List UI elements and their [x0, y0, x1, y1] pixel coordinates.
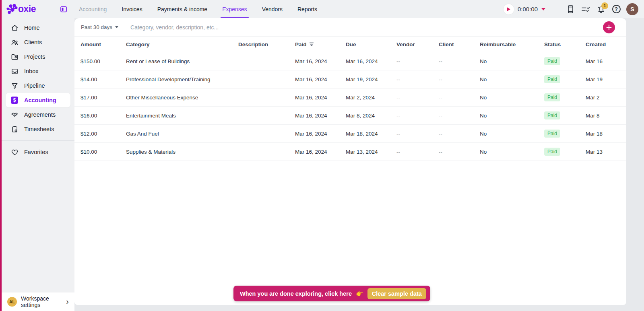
cell-vendor: -- — [396, 131, 439, 137]
cell-due: Mar 18, 2024 — [346, 131, 396, 137]
notifications-bell-icon[interactable]: 1 — [593, 2, 609, 17]
question-mark-icon: ? — [612, 5, 621, 13]
tab-expenses[interactable]: Expenses — [222, 0, 247, 18]
sidebar-item-timesheets[interactable]: Timesheets — [6, 122, 70, 136]
sidebar-divider — [2, 140, 74, 141]
col-description[interactable]: Description — [238, 41, 295, 47]
clients-icon — [10, 38, 19, 46]
cell-amount: $12.00 — [80, 131, 126, 137]
workspace-settings[interactable]: AL Workspace settings › — [2, 292, 74, 311]
cell-created: Mar 16 — [586, 58, 626, 64]
expense-row[interactable]: $16.00 Entertainment Meals Mar 16, 2024 … — [74, 107, 626, 125]
module-tabs: Accounting Invoices Payments & income Ex… — [79, 0, 317, 18]
status-badge: Paid — [544, 130, 560, 138]
cell-vendor: -- — [396, 113, 439, 119]
cell-created: Mar 8 — [586, 113, 626, 119]
cell-created: Mar 13 — [586, 149, 626, 155]
expense-row[interactable]: $17.00 Other Miscellaneous Expense Mar 1… — [74, 89, 626, 107]
expense-row[interactable]: $14.00 Professional Development/Training… — [74, 70, 626, 89]
col-client[interactable]: Client — [439, 41, 480, 47]
date-range-select[interactable]: Past 30 days — [81, 24, 118, 30]
sidebar-item-agreements[interactable]: Agreements — [6, 107, 70, 122]
cell-category: Entertainment Meals — [126, 113, 238, 119]
table-body: $150.00 Rent or Lease of Buildings Mar 1… — [74, 52, 626, 161]
chevron-down-icon — [115, 26, 118, 28]
clear-sample-data-button[interactable]: Clear sample data — [367, 288, 426, 299]
cell-reimbursable: No — [480, 95, 544, 101]
cell-paid: Mar 16, 2024 — [295, 76, 346, 82]
col-due[interactable]: Due — [346, 41, 396, 47]
sidebar-item-accounting[interactable]: $ Accounting — [6, 93, 70, 107]
cell-vendor: -- — [396, 58, 439, 64]
sidebar: Home Clients Projects Inbox Pipeline $ A… — [2, 18, 74, 292]
cell-status: Paid — [544, 111, 586, 119]
topbar-right-controls: 0:00:00 1 — [504, 2, 644, 17]
cell-category: Professional Development/Training — [126, 76, 238, 82]
col-vendor[interactable]: Vendor — [396, 41, 439, 47]
chevron-right-icon: › — [66, 297, 69, 305]
tab-reports[interactable]: Reports — [297, 0, 317, 18]
sidebar-item-clients[interactable]: Clients — [6, 35, 70, 49]
status-badge: Paid — [544, 57, 560, 65]
time-tracker: 0:00:00 — [504, 4, 545, 14]
user-avatar[interactable]: S — [626, 3, 638, 15]
sidebar-item-inbox[interactable]: Inbox — [6, 64, 70, 78]
banner-message: When you are done exploring, click here — [240, 290, 352, 297]
cell-vendor: -- — [396, 95, 439, 101]
mobile-app-icon[interactable] — [563, 2, 578, 17]
cell-amount: $14.00 — [80, 76, 126, 82]
cell-due: Mar 16, 2024 — [346, 58, 396, 64]
cell-client: -- — [439, 76, 480, 82]
col-amount[interactable]: Amount — [80, 41, 126, 47]
cell-created: Mar 18 — [586, 131, 626, 137]
tab-vendors[interactable]: Vendors — [262, 0, 283, 18]
cell-due: Mar 19, 2024 — [346, 76, 396, 82]
tab-invoices[interactable]: Invoices — [122, 0, 142, 18]
col-paid[interactable]: Paid — [295, 41, 346, 47]
cell-reimbursable: No — [480, 113, 544, 119]
add-expense-button[interactable] — [603, 21, 615, 33]
col-reimbursable[interactable]: Reimbursable — [480, 41, 544, 47]
moxie-logo[interactable]: oxie — [2, 3, 58, 15]
timer-dropdown-caret[interactable] — [541, 8, 545, 10]
expense-row[interactable]: $10.00 Supplies & Materials Mar 16, 2024… — [74, 143, 626, 161]
expense-search-input[interactable] — [130, 24, 620, 31]
cell-paid: Mar 16, 2024 — [295, 113, 346, 119]
sidebar-collapse-icon[interactable] — [60, 5, 68, 13]
cell-status: Paid — [544, 93, 586, 101]
help-icon[interactable]: ? — [609, 2, 624, 17]
tasks-checklist-icon[interactable] — [578, 2, 593, 17]
expense-row[interactable]: $12.00 Gas And Fuel Mar 16, 2024 Mar 18,… — [74, 125, 626, 143]
sidebar-item-label: Inbox — [24, 68, 38, 74]
cell-reimbursable: No — [480, 131, 544, 137]
sidebar-item-home[interactable]: Home — [6, 21, 70, 35]
tab-payments-income[interactable]: Payments & income — [157, 0, 208, 18]
status-badge: Paid — [544, 111, 560, 119]
status-badge: Paid — [544, 75, 560, 83]
sidebar-item-label: Pipeline — [24, 82, 45, 89]
expense-row[interactable]: $150.00 Rent or Lease of Buildings Mar 1… — [74, 52, 626, 70]
sidebar-item-projects[interactable]: Projects — [6, 49, 70, 64]
cell-reimbursable: No — [480, 76, 544, 82]
sort-icon — [309, 41, 314, 47]
timer-play-button[interactable] — [504, 4, 514, 14]
notification-badge: 1 — [601, 2, 608, 9]
moxie-logo-text: oxie — [18, 4, 36, 14]
sidebar-item-pipeline[interactable]: Pipeline — [6, 78, 70, 93]
cell-category: Rent or Lease of Buildings — [126, 58, 238, 64]
cell-paid: Mar 16, 2024 — [295, 95, 346, 101]
cell-due: Mar 2, 2024 — [346, 95, 396, 101]
inbox-icon — [10, 67, 19, 75]
pointing-right-emoji: 👉 — [356, 290, 363, 297]
cell-client: -- — [439, 95, 480, 101]
cell-due: Mar 8, 2024 — [346, 113, 396, 119]
col-status[interactable]: Status — [544, 41, 586, 47]
cell-category: Supplies & Materials — [126, 149, 238, 155]
tab-accounting[interactable]: Accounting — [79, 0, 107, 18]
col-category[interactable]: Category — [126, 41, 238, 47]
sidebar-item-favorites[interactable]: Favorites — [6, 145, 70, 159]
sample-data-banner: When you are done exploring, click here … — [233, 286, 430, 301]
sidebar-item-label: Agreements — [24, 111, 56, 118]
timesheet-clipboard-icon — [10, 125, 19, 133]
col-created[interactable]: Created — [586, 41, 626, 47]
